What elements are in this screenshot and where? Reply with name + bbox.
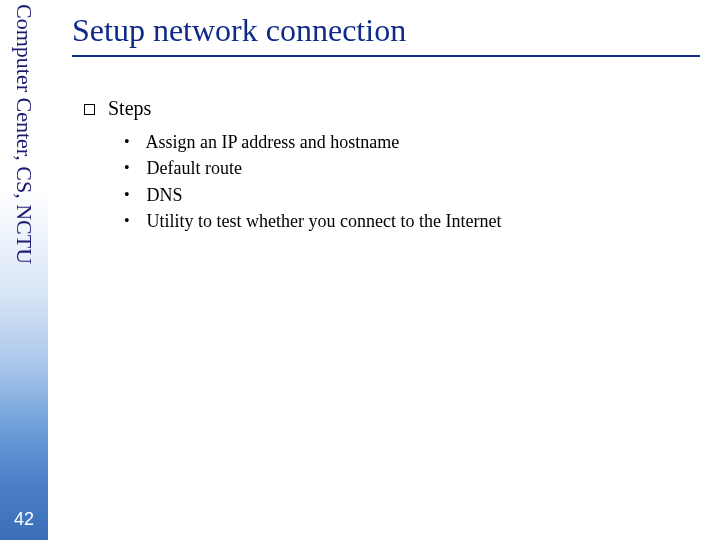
steps-block: Steps • Assign an IP address and hostnam… (84, 97, 700, 233)
steps-heading-label: Steps (108, 97, 151, 119)
list-item: • Assign an IP address and hostname (124, 130, 700, 154)
list-item: • DNS (124, 183, 700, 207)
slide-content: Setup network connection Steps • Assign … (72, 12, 700, 235)
list-item-label: Assign an IP address and hostname (146, 132, 400, 152)
steps-heading: Steps (84, 97, 700, 120)
square-bullet-icon (84, 104, 95, 115)
page-number: 42 (0, 509, 48, 530)
bullet-dot-icon: • (124, 184, 142, 206)
sidebar-org-label: Computer Center, CS, NCTU (11, 4, 37, 264)
bullet-dot-icon: • (124, 131, 142, 153)
list-item-label: DNS (147, 185, 183, 205)
list-item-label: Utility to test whether you connect to t… (147, 211, 502, 231)
slide-title: Setup network connection (72, 12, 700, 57)
bullet-dot-icon: • (124, 157, 142, 179)
list-item: • Default route (124, 156, 700, 180)
sidebar-org-wrap: Computer Center, CS, NCTU (0, 0, 48, 350)
bullet-dot-icon: • (124, 210, 142, 232)
steps-sub-list: • Assign an IP address and hostname • De… (124, 130, 700, 233)
list-item: • Utility to test whether you connect to… (124, 209, 700, 233)
sidebar-gradient: Computer Center, CS, NCTU 42 (0, 0, 48, 540)
list-item-label: Default route (147, 158, 242, 178)
